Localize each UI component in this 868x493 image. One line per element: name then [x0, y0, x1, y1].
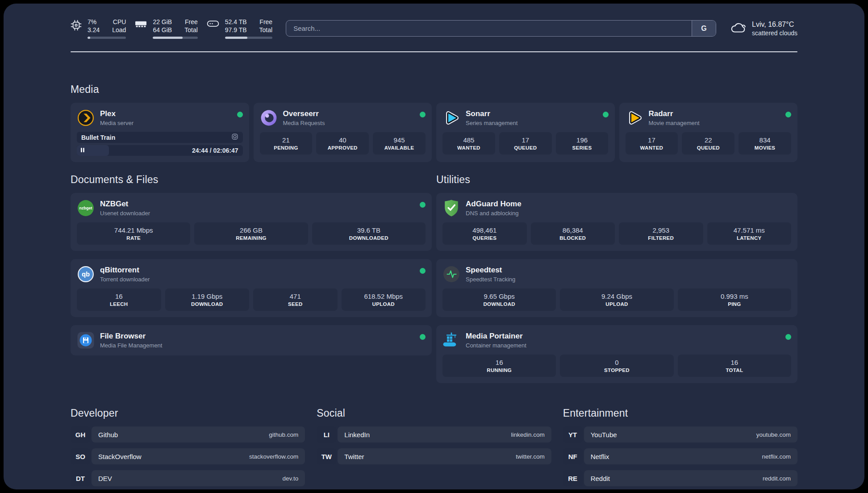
- stat-leech: 16LEECH: [77, 288, 161, 311]
- bookmark-youtube[interactable]: YT YouTubeyoutube.com: [563, 426, 797, 443]
- documents-section: Documents & Files nzbget NZBGet Usenet d…: [71, 174, 432, 391]
- radarr-title: Radarr: [649, 109, 780, 118]
- bookmark-stackoverflow[interactable]: SO StackOverflowstackoverflow.com: [71, 448, 305, 464]
- pause-icon[interactable]: [80, 146, 85, 155]
- filebrowser-subtitle: Media File Management: [100, 342, 414, 349]
- stat-movies: 834MOVIES: [739, 132, 791, 155]
- plex-icon: [77, 109, 95, 127]
- cpu-labels: CPULoad: [112, 18, 126, 34]
- bookmark-github[interactable]: GH Githubgithub.com: [71, 426, 305, 443]
- bookmark-name: YouTube: [591, 431, 617, 439]
- stat-wanted: 17WANTED: [626, 132, 678, 155]
- bookmark-url: reddit.com: [763, 475, 791, 482]
- radarr-icon: [626, 109, 643, 127]
- bookmark-name: Netflix: [591, 453, 609, 460]
- stat-queries: 498,461QUERIES: [442, 222, 527, 245]
- developer-section: Developer GH Githubgithub.com SO StackOv…: [71, 407, 305, 489]
- cpu-stat: 7%3.24 CPULoad: [71, 18, 126, 39]
- status-dot: [603, 112, 609, 117]
- bookmark-name: Github: [98, 431, 118, 439]
- sonarr-subtitle: Series management: [466, 120, 597, 126]
- adguard-subtitle: DNS and adblocking: [466, 210, 791, 217]
- dashboard-panel: 7%3.24 CPULoad 22 GiB64 GiB FreeTotal: [4, 4, 864, 489]
- radarr-card[interactable]: Radarr Movie management 17WANTED 22QUEUE…: [619, 103, 798, 162]
- bookmark-dev[interactable]: DT DEVdev.to: [71, 470, 305, 486]
- bookmark-url: dev.to: [283, 475, 299, 482]
- storage-values: 52.4 TB97.9 TB: [225, 18, 247, 34]
- bookmark-linkedin[interactable]: LI LinkedInlinkedin.com: [317, 426, 551, 443]
- documents-section-title: Documents & Files: [71, 174, 432, 186]
- overseerr-title: Overseerr: [283, 109, 415, 118]
- search-bar: G: [286, 20, 716, 37]
- bookmark-name: StackOverflow: [98, 453, 142, 460]
- stat-upload: 618.52 MbpsUPLOAD: [342, 288, 426, 311]
- overseerr-icon: [260, 109, 278, 127]
- storage-progress-bar: [225, 37, 272, 39]
- stat-ping: 0.993 msPING: [678, 288, 791, 311]
- filebrowser-card[interactable]: File Browser Media File Management: [71, 325, 432, 355]
- cpu-icon: [71, 20, 82, 39]
- header: 7%3.24 CPULoad 22 GiB64 GiB FreeTotal: [71, 18, 797, 39]
- radarr-subtitle: Movie management: [649, 120, 780, 126]
- memory-values: 22 GiB64 GiB: [153, 18, 172, 34]
- stat-stopped: 0STOPPED: [560, 355, 673, 377]
- stat-seed: 471SEED: [253, 288, 338, 311]
- entertainment-section: Entertainment YT YouTubeyoutube.com NF N…: [563, 407, 797, 489]
- speedtest-card[interactable]: Speedtest Speedtest Tracking 9.65 GbpsDO…: [436, 259, 797, 317]
- bookmark-url: linkedin.com: [511, 431, 545, 438]
- bookmark-name: LinkedIn: [344, 431, 370, 439]
- hard-drive-icon: [207, 20, 219, 39]
- bookmark-url: youtube.com: [756, 431, 791, 438]
- overseerr-card[interactable]: Overseerr Media Requests 21PENDING 40APP…: [254, 103, 432, 162]
- nzbget-card[interactable]: nzbget NZBGet Usenet downloader 744.21 M…: [71, 193, 432, 251]
- portainer-icon: [442, 331, 460, 349]
- memory-stat: 22 GiB64 GiB FreeTotal: [135, 18, 197, 39]
- bookmark-twitter[interactable]: TW Twittertwitter.com: [317, 448, 551, 464]
- sonarr-card[interactable]: Sonarr Series management 485WANTED 17QUE…: [436, 103, 615, 162]
- status-dot: [785, 334, 791, 340]
- bookmark-reddit[interactable]: RE Redditreddit.com: [563, 470, 797, 486]
- weather-condition: scattered clouds: [752, 29, 797, 37]
- qbittorrent-card[interactable]: qb qBittorrent Torrent downloader 16LEEC…: [71, 259, 432, 317]
- utilities-section: Utilities AdGuard Home DNS and adblockin…: [436, 174, 797, 391]
- filebrowser-icon: [77, 331, 95, 349]
- storage-stat: 52.4 TB97.9 TB FreeTotal: [207, 18, 272, 39]
- stat-remaining: 266 GBREMAINING: [194, 222, 308, 245]
- adguard-title: AdGuard Home: [466, 200, 791, 209]
- stat-download: 1.19 GbpsDOWNLOAD: [165, 288, 250, 311]
- status-dot: [420, 112, 426, 117]
- storage-labels: FreeTotal: [259, 18, 273, 34]
- stat-download: 9.65 GbpsDOWNLOAD: [442, 288, 556, 311]
- filebrowser-title: File Browser: [100, 332, 414, 341]
- media-settings-icon[interactable]: [231, 133, 238, 142]
- speedtest-title: Speedtest: [466, 266, 791, 275]
- bookmark-abbr: GH: [71, 426, 90, 443]
- plex-title: Plex: [100, 109, 232, 118]
- bookmark-netflix[interactable]: NF Netflixnetflix.com: [563, 448, 797, 464]
- adguard-card[interactable]: AdGuard Home DNS and adblocking 498,461Q…: [436, 193, 797, 251]
- bookmark-url: github.com: [269, 431, 298, 438]
- stat-queued: 17QUEUED: [499, 132, 552, 155]
- status-dot: [785, 112, 791, 117]
- bookmark-url: twitter.com: [516, 453, 545, 460]
- weather-location-temp: Lviv, 16.87°C: [752, 21, 797, 29]
- nzbget-title: NZBGet: [100, 200, 414, 209]
- search-engine-button[interactable]: G: [692, 21, 716, 36]
- stat-series: 196SERIES: [556, 132, 609, 155]
- stat-wanted: 485WANTED: [442, 132, 495, 155]
- developer-section-title: Developer: [71, 407, 305, 419]
- qbittorrent-title: qBittorrent: [100, 266, 414, 275]
- bookmark-abbr: RE: [563, 470, 583, 486]
- cloud-icon: [730, 21, 747, 36]
- memory-labels: FreeTotal: [184, 18, 198, 34]
- search-input[interactable]: [286, 21, 692, 36]
- media-section: Media Plex Media server Bullet Train: [71, 84, 797, 162]
- bookmark-abbr: NF: [563, 448, 583, 464]
- plex-card[interactable]: Plex Media server Bullet Train: [71, 103, 249, 162]
- cpu-values: 7%3.24: [88, 18, 100, 34]
- stat-rate: 744.21 MbpsRATE: [77, 222, 190, 245]
- portainer-card[interactable]: Media Portainer Container management 16R…: [436, 325, 797, 383]
- sonarr-title: Sonarr: [466, 109, 597, 118]
- utilities-section-title: Utilities: [436, 174, 797, 186]
- plex-now-playing-row: Bullet Train: [77, 132, 243, 143]
